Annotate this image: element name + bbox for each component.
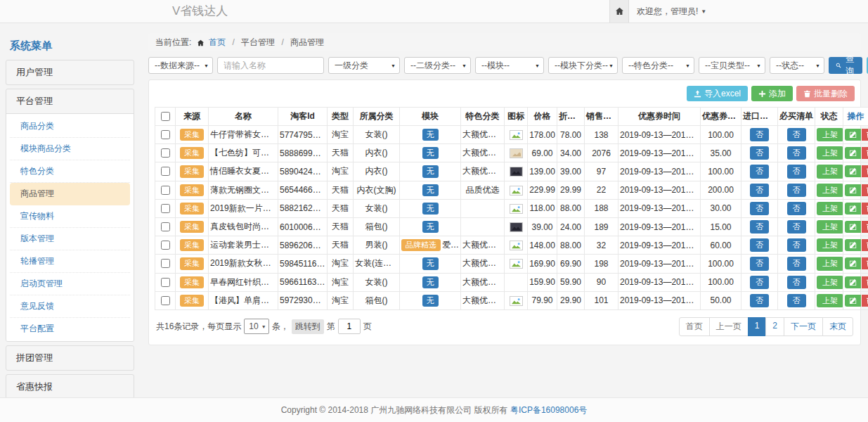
edit-button[interactable] <box>845 147 861 159</box>
pager-last-page[interactable]: 末页 <box>822 317 853 336</box>
status-button[interactable]: 上架 <box>817 257 843 270</box>
sidebar-section-group-buy-management[interactable]: 拼团管理 <box>6 346 134 370</box>
search-button[interactable]: 查询 <box>829 57 862 74</box>
edit-button[interactable] <box>845 257 861 269</box>
must-buy-toggle[interactable]: 否 <box>787 238 806 252</box>
row-checkbox[interactable] <box>161 148 170 158</box>
status-button[interactable]: 上架 <box>817 202 843 215</box>
sidebar-item-module-product-category[interactable]: 模块商品分类 <box>10 138 130 160</box>
row-checkbox[interactable] <box>161 222 170 231</box>
status-button[interactable]: 上架 <box>817 184 843 197</box>
must-buy-toggle[interactable]: 否 <box>787 202 806 215</box>
pager-page-2[interactable]: 2 <box>765 317 784 336</box>
sidebar-item-feedback[interactable]: 意见反馈 <box>10 295 130 318</box>
must-buy-toggle[interactable]: 否 <box>787 184 806 197</box>
must-buy-toggle[interactable]: 否 <box>787 220 806 234</box>
import-select-toggle[interactable]: 否 <box>750 202 769 215</box>
status-select[interactable]: --状态--▼ <box>770 57 824 74</box>
must-buy-toggle[interactable]: 否 <box>787 294 806 307</box>
delete-button[interactable] <box>862 203 868 215</box>
pager-next-page[interactable]: 下一页 <box>784 317 823 336</box>
breadcrumb-home-link[interactable]: 首页 <box>209 37 226 47</box>
row-checkbox[interactable] <box>161 278 170 287</box>
icp-link[interactable]: 粤ICP备16098006号 <box>510 405 587 415</box>
row-checkbox[interactable] <box>161 241 170 250</box>
delete-button[interactable] <box>862 165 868 177</box>
batch-delete-button[interactable]: 批量删除 <box>796 86 855 101</box>
edit-button[interactable] <box>845 184 861 196</box>
delete-button[interactable] <box>862 295 868 307</box>
jump-button[interactable]: 跳转到 <box>292 319 324 334</box>
row-checkbox[interactable] <box>161 259 170 268</box>
sidebar-item-carousel-management[interactable]: 轮播管理 <box>10 250 130 273</box>
page-number-input[interactable] <box>338 319 361 334</box>
home-button[interactable] <box>609 0 629 23</box>
module-select[interactable]: --模块--▼ <box>475 57 544 74</box>
import-select-toggle[interactable]: 否 <box>750 128 769 141</box>
special-category-select[interactable]: --特色分类--▼ <box>622 57 694 74</box>
status-button[interactable]: 上架 <box>817 238 843 252</box>
import-select-toggle[interactable]: 否 <box>750 238 769 252</box>
per-page-select[interactable]: 10 ▼ <box>244 319 268 334</box>
status-button[interactable]: 上架 <box>817 146 843 160</box>
level1-category-select[interactable]: 一级分类▼ <box>328 57 400 74</box>
sidebar-item-platform-config[interactable]: 平台配置 <box>10 318 130 340</box>
edit-button[interactable] <box>845 203 861 215</box>
edit-button[interactable] <box>845 221 861 233</box>
sidebar-item-product-management[interactable]: 商品管理 <box>10 183 130 205</box>
sidebar-item-special-category[interactable]: 特色分类 <box>10 160 130 183</box>
import-excel-button[interactable]: 导入excel <box>687 86 748 101</box>
status-button[interactable]: 上架 <box>817 276 843 289</box>
delete-button[interactable] <box>862 276 868 288</box>
delete-button[interactable] <box>862 184 868 196</box>
module-sub-category-select[interactable]: --模块下分类--▼ <box>548 57 618 74</box>
sidebar-item-splash-page-management[interactable]: 启动页管理 <box>10 273 130 295</box>
import-select-toggle[interactable]: 否 <box>750 220 769 234</box>
edit-button[interactable] <box>845 239 861 251</box>
status-button[interactable]: 上架 <box>817 128 843 141</box>
import-select-toggle[interactable]: 否 <box>750 165 769 178</box>
pager-page-1[interactable]: 1 <box>748 317 767 336</box>
sidebar-item-product-category[interactable]: 商品分类 <box>10 115 130 138</box>
row-checkbox[interactable] <box>161 204 170 213</box>
import-select-toggle[interactable]: 否 <box>750 184 769 197</box>
sidebar-section-platform-management[interactable]: 平台管理 <box>6 89 134 113</box>
import-select-toggle[interactable]: 否 <box>750 257 769 270</box>
import-select-toggle[interactable]: 否 <box>750 294 769 307</box>
status-button[interactable]: 上架 <box>817 220 843 234</box>
import-select-toggle[interactable]: 否 <box>750 146 769 160</box>
row-checkbox[interactable] <box>161 130 170 139</box>
select-all-checkbox[interactable] <box>161 112 170 121</box>
must-buy-toggle[interactable]: 否 <box>787 257 806 270</box>
sidebar-section-saving-express[interactable]: 省惠快报 <box>6 375 134 398</box>
row-checkbox[interactable] <box>161 186 170 195</box>
data-source-select[interactable]: --数据来源--▼ <box>148 57 213 74</box>
delete-button[interactable] <box>862 257 868 269</box>
edit-button[interactable] <box>845 295 861 307</box>
name-search-input[interactable] <box>217 57 324 74</box>
delete-button[interactable] <box>862 147 868 159</box>
level2-category-select[interactable]: --二级分类--▼ <box>404 57 471 74</box>
delete-button[interactable] <box>862 129 868 141</box>
add-button[interactable]: 添加 <box>751 86 793 101</box>
row-checkbox[interactable] <box>161 296 170 305</box>
row-checkbox[interactable] <box>161 167 170 176</box>
must-buy-toggle[interactable]: 否 <box>787 146 806 160</box>
delete-button[interactable] <box>862 239 868 251</box>
must-buy-toggle[interactable]: 否 <box>787 276 806 289</box>
import-select-toggle[interactable]: 否 <box>750 276 769 289</box>
delete-button[interactable] <box>862 221 868 233</box>
sidebar-item-version-management[interactable]: 版本管理 <box>10 228 130 250</box>
edit-button[interactable] <box>845 129 861 141</box>
pager-prev-page[interactable]: 上一页 <box>709 317 749 336</box>
status-button[interactable]: 上架 <box>817 165 843 178</box>
sidebar-item-promo-materials[interactable]: 宣传物料 <box>10 205 130 228</box>
edit-button[interactable] <box>845 165 861 177</box>
status-button[interactable]: 上架 <box>817 294 843 307</box>
pager-first-page[interactable]: 首页 <box>679 317 710 336</box>
item-type-select[interactable]: --宝贝类型--▼ <box>699 57 765 74</box>
user-menu[interactable]: 欢迎您，管理员!▼ <box>637 0 706 23</box>
must-buy-toggle[interactable]: 否 <box>787 128 806 141</box>
must-buy-toggle[interactable]: 否 <box>787 165 806 178</box>
edit-button[interactable] <box>845 276 861 288</box>
